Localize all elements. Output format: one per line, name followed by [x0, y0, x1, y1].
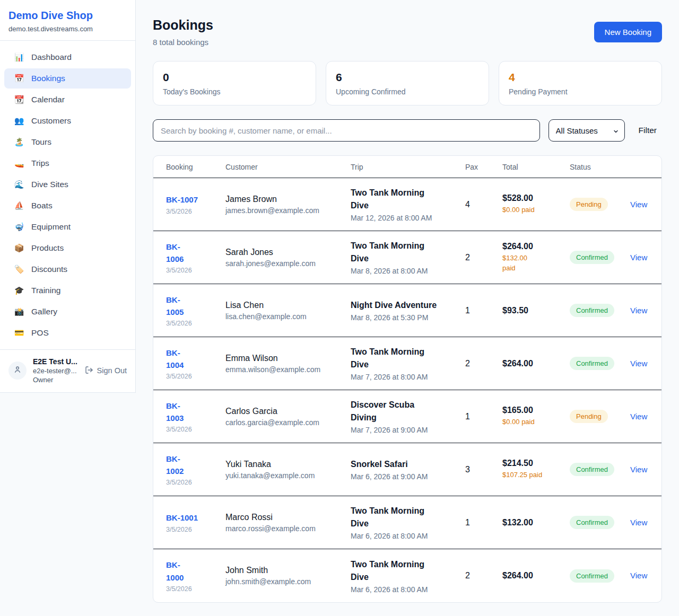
- total-amount: $264.00: [502, 359, 570, 368]
- view-link[interactable]: View: [630, 200, 647, 209]
- tours-icon: 🏝️: [14, 137, 24, 147]
- filter-button[interactable]: Filter: [633, 126, 662, 135]
- status-badge: Confirmed: [570, 463, 614, 476]
- page-subtitle: 8 total bookings: [153, 38, 213, 47]
- pax-value: 1: [465, 306, 502, 315]
- customer-email: yuki.tanaka@example.com: [225, 471, 351, 480]
- stat-value: 6: [336, 71, 479, 84]
- pax-value: 2: [465, 253, 502, 262]
- sidebar-item-products[interactable]: 📦Products: [4, 238, 131, 258]
- col-trip: Trip: [351, 163, 465, 171]
- user-role: Owner: [33, 376, 79, 384]
- booking-id-link[interactable]: BK-1001: [166, 512, 198, 524]
- sidebar-item-label: Dive Sites: [31, 180, 68, 189]
- status-filter-select[interactable]: All Statuses: [549, 119, 625, 142]
- dive-sites-icon: 🌊: [14, 180, 24, 189]
- sign-out-button[interactable]: Sign Out: [85, 366, 127, 376]
- trip-datetime: Mar 8, 2026 at 5:30 PM: [351, 313, 465, 322]
- stat-card-pending-payment: 4Pending Payment: [499, 61, 662, 105]
- stat-label: Today's Bookings: [163, 87, 306, 96]
- sidebar-item-label: Products: [31, 243, 64, 253]
- trip-datetime: Mar 6, 2026 at 9:00 AM: [351, 472, 465, 481]
- sidebar-item-dashboard[interactable]: 📊Dashboard: [4, 47, 131, 67]
- sidebar-item-equipment[interactable]: 🤿Equipment: [4, 217, 131, 237]
- sidebar-item-trips[interactable]: 🚤Trips: [4, 153, 131, 173]
- gallery-icon: 📸: [14, 307, 24, 316]
- customer-email: james.brown@example.com: [225, 206, 351, 215]
- trip-name: Night Dive Adventure: [351, 299, 465, 312]
- sidebar-item-dive-sites[interactable]: 🌊Dive Sites: [4, 174, 131, 195]
- brand-block[interactable]: Demo Dive Shop demo.test.divestreams.com: [0, 0, 135, 41]
- total-amount: $264.00: [502, 571, 570, 580]
- sidebar-item-boats[interactable]: ⛵Boats: [4, 196, 131, 216]
- total-amount: $264.00: [502, 242, 570, 251]
- total-paid: $0.00 paid: [502, 417, 570, 427]
- pax-value: 4: [465, 200, 502, 209]
- sidebar-item-pos[interactable]: 💳POS: [4, 323, 131, 343]
- status-badge: Confirmed: [570, 251, 614, 264]
- booking-id-link[interactable]: BK-1004: [166, 347, 184, 372]
- booking-id-link[interactable]: BK-1007: [166, 193, 198, 206]
- view-link[interactable]: View: [630, 359, 647, 368]
- sidebar-item-gallery[interactable]: 📸Gallery: [4, 302, 131, 322]
- status-badge: Confirmed: [570, 516, 614, 529]
- pos-icon: 💳: [14, 328, 24, 338]
- stat-label: Pending Payment: [509, 87, 652, 96]
- boats-icon: ⛵: [14, 201, 24, 210]
- view-link[interactable]: View: [630, 465, 647, 474]
- booking-id-link[interactable]: BK-1000: [166, 559, 184, 584]
- total-paid: $0.00 paid: [502, 205, 570, 215]
- sidebar-item-label: Tours: [31, 137, 51, 147]
- booking-id-link[interactable]: BK-1002: [166, 453, 184, 478]
- sidebar-item-customers[interactable]: 👥Customers: [4, 111, 131, 131]
- user-info: E2E Test U... e2e-tester@... Owner: [33, 357, 79, 384]
- booking-id-link[interactable]: BK-1006: [166, 241, 184, 266]
- bookings-icon: 📅: [14, 74, 24, 83]
- col-customer: Customer: [225, 163, 351, 171]
- customer-email: sarah.jones@example.com: [225, 259, 351, 268]
- pax-value: 1: [465, 412, 502, 421]
- customer-email: carlos.garcia@example.com: [225, 418, 351, 427]
- table-row: BK-1000 3/5/2026 John Smith john.smith@e…: [153, 549, 661, 602]
- sidebar-item-label: POS: [31, 328, 49, 338]
- stat-card-upcoming-confirmed: 6Upcoming Confirmed: [326, 61, 489, 105]
- customer-name: John Smith: [225, 566, 351, 575]
- view-link[interactable]: View: [630, 571, 647, 580]
- sidebar-item-bookings[interactable]: 📅Bookings: [4, 68, 131, 89]
- search-input[interactable]: [153, 119, 540, 142]
- main-content: Bookings 8 total bookings New Booking 0T…: [136, 0, 679, 616]
- view-link[interactable]: View: [630, 518, 647, 527]
- view-link[interactable]: View: [630, 253, 647, 262]
- booking-id-link[interactable]: BK-1005: [166, 294, 184, 319]
- trips-icon: 🚤: [14, 159, 24, 168]
- stat-value: 0: [163, 71, 306, 84]
- discounts-icon: 🏷️: [14, 265, 24, 274]
- stat-label: Upcoming Confirmed: [336, 87, 479, 96]
- sidebar-item-calendar[interactable]: 📆Calendar: [4, 90, 131, 110]
- view-link[interactable]: View: [630, 412, 647, 421]
- customer-name: Lisa Chen: [225, 301, 351, 310]
- view-link[interactable]: View: [630, 306, 647, 315]
- trip-name: Discover ScubaDiving: [351, 399, 465, 424]
- calendar-icon: 📆: [14, 95, 24, 104]
- trip-name: Two Tank MorningDive: [351, 187, 465, 212]
- status-filter: All Statuses: [549, 119, 625, 142]
- booking-date: 3/5/2026: [166, 208, 225, 215]
- filter-row: All Statuses Filter: [153, 119, 662, 142]
- pax-value: 2: [465, 571, 502, 580]
- sidebar-item-training[interactable]: 🎓Training: [4, 280, 131, 301]
- pax-value: 3: [465, 465, 502, 474]
- customer-email: john.smith@example.com: [225, 577, 351, 586]
- sidebar-item-discounts[interactable]: 🏷️Discounts: [4, 259, 131, 279]
- table-header: Booking Customer Trip Pax Total Status: [153, 156, 661, 178]
- booking-id-link[interactable]: BK-1003: [166, 400, 184, 425]
- new-booking-button[interactable]: New Booking: [594, 22, 662, 42]
- sidebar-item-tours[interactable]: 🏝️Tours: [4, 132, 131, 152]
- table-row: BK-1006 3/5/2026 Sarah Jones sarah.jones…: [153, 231, 661, 284]
- pax-value: 1: [465, 518, 502, 527]
- table-row: BK-1005 3/5/2026 Lisa Chen lisa.chen@exa…: [153, 284, 661, 337]
- trip-datetime: Mar 7, 2026 at 9:00 AM: [351, 426, 465, 434]
- table-body: BK-1007 3/5/2026 James Brown james.brown…: [153, 178, 661, 602]
- brand-name[interactable]: Demo Dive Shop: [8, 10, 127, 22]
- table-row: BK-1003 3/5/2026 Carlos Garcia carlos.ga…: [153, 390, 661, 443]
